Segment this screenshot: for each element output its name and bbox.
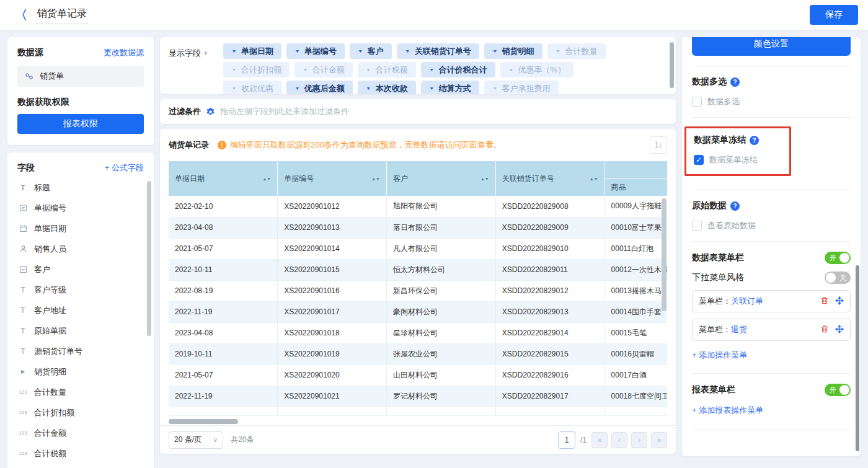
- trash-icon[interactable]: [820, 325, 829, 335]
- col-header-customer[interactable]: 客户 ▲▼: [387, 161, 496, 196]
- table-vertical-scrollbar[interactable]: [662, 198, 666, 311]
- prev-page-button[interactable]: ‹: [611, 432, 627, 448]
- last-page-button[interactable]: »: [651, 432, 667, 448]
- field-item[interactable]: T客户地址: [17, 300, 144, 320]
- move-icon[interactable]: [835, 296, 844, 307]
- col-header-order[interactable]: 关联销货订单号 ▲▼: [495, 161, 604, 196]
- display-field-chip[interactable]: ▼关联销货订单号: [397, 43, 479, 59]
- table-menu-toggle-on[interactable]: 开: [825, 252, 851, 264]
- field-item[interactable]: 123合计金额: [17, 423, 144, 443]
- display-field-chip[interactable]: ▼单据日期: [223, 43, 281, 59]
- add-display-field-icon[interactable]: +: [203, 48, 208, 58]
- field-label: 合计数量: [34, 387, 66, 398]
- dropdown-style-toggle-off[interactable]: 关: [825, 272, 851, 284]
- field-item[interactable]: T标题: [17, 177, 144, 198]
- table-row[interactable]: 2019-10-11XS20220901019张屋农业公司XSDD2022082…: [169, 343, 667, 364]
- field-item[interactable]: ▶销货明细: [17, 361, 144, 382]
- menu-bar-item[interactable]: 菜单栏：关联订单: [692, 290, 851, 312]
- page-number-input[interactable]: 1: [558, 431, 575, 449]
- display-field-chip[interactable]: ▼优惠率（%）: [500, 62, 574, 77]
- add-formula-field-link[interactable]: + 公式字段: [105, 162, 144, 174]
- table-horizontal-scrollbar[interactable]: [169, 419, 238, 424]
- raw-data-checkbox-row[interactable]: 查看原始数据: [692, 220, 851, 231]
- sort-order-button[interactable]: 1↓: [650, 136, 667, 154]
- field-item[interactable]: T原始单据: [17, 320, 144, 341]
- display-field-chip[interactable]: ▼收款优惠: [223, 81, 281, 94]
- freeze-checkbox-row[interactable]: ✓ 数据菜单冻结: [694, 154, 782, 166]
- checkbox-unchecked[interactable]: [692, 221, 702, 231]
- table-row[interactable]: 2022-08-19XS20220901016新昌环保公司XSDD2022082…: [169, 280, 667, 301]
- trash-icon[interactable]: [820, 296, 829, 307]
- col-header-docno[interactable]: 单据编号 ▲▼: [278, 161, 387, 196]
- add-report-action-menu-link[interactable]: + 添加报表操作菜单: [692, 405, 763, 416]
- save-button[interactable]: 保存: [810, 5, 858, 25]
- permission-title: 数据获取权限: [17, 97, 144, 108]
- field-item[interactable]: 123合计税额: [17, 443, 144, 464]
- next-page-button[interactable]: ›: [631, 432, 647, 448]
- color-settings-button[interactable]: 颜色设置: [692, 37, 851, 56]
- table-row[interactable]: 2021-05-07XS20220901014凡人有限公司XSDD2022082…: [169, 238, 667, 259]
- divider: [692, 430, 851, 430]
- move-icon[interactable]: [835, 325, 844, 335]
- table-row[interactable]: 2022-02-10XS20220901012旭阳有限公司XSDD2022082…: [169, 196, 667, 217]
- display-field-chip[interactable]: ▼本次收款: [358, 81, 416, 94]
- field-item[interactable]: T源销货订单号: [17, 341, 144, 361]
- table-row[interactable]: 2023-04-08XS20220901013落日有限公司XSDD2022082…: [169, 217, 667, 238]
- field-item[interactable]: 客户: [17, 259, 144, 280]
- display-field-chip[interactable]: ▼合计折扣额: [223, 62, 290, 77]
- display-field-chip[interactable]: ▼合计数量: [547, 43, 606, 59]
- report-permission-button[interactable]: 报表权限: [17, 114, 144, 134]
- gear-icon[interactable]: [206, 107, 215, 117]
- datasource-item[interactable]: 销货单: [17, 66, 144, 87]
- settings-scrollbar[interactable]: [856, 265, 859, 451]
- field-item[interactable]: 单据日期: [17, 218, 144, 239]
- col-header-product[interactable]: 商品: [604, 179, 667, 196]
- divider: [692, 66, 851, 66]
- chips-scrollbar[interactable]: [670, 42, 674, 88]
- field-item[interactable]: 销售人员: [17, 239, 144, 259]
- page-size-select[interactable]: 20 条/页 ∨: [169, 431, 223, 449]
- display-field-chip[interactable]: ▼结算方式: [421, 81, 479, 94]
- first-page-button[interactable]: «: [591, 432, 608, 448]
- display-field-chip[interactable]: ▼客户承担费用: [484, 81, 559, 94]
- display-field-chip[interactable]: ▼优惠后金额: [286, 81, 353, 94]
- table-row[interactable]: 2023-04-08XS20220901018星珍材料公司XSDD2022082…: [169, 322, 667, 343]
- help-icon[interactable]: ?: [730, 77, 740, 87]
- field-item[interactable]: 123合计数量: [17, 382, 144, 402]
- table-row[interactable]: 2022-11-19XS20220901017豪阁材料公司XSDD2022082…: [169, 301, 667, 322]
- col-header-date[interactable]: 单据日期 ▲▼: [169, 161, 278, 196]
- display-field-chip[interactable]: ▼销货明细: [484, 43, 542, 59]
- field-item[interactable]: 123合计折扣额: [17, 402, 144, 423]
- sort-icon[interactable]: ▲▼: [371, 177, 380, 180]
- help-icon[interactable]: ?: [730, 201, 740, 211]
- back-icon[interactable]: 〈: [15, 9, 27, 21]
- display-field-chip[interactable]: ▼客户: [350, 43, 392, 59]
- sort-icon[interactable]: ▲▼: [590, 177, 598, 180]
- table-row[interactable]: 2022-11-19XS20220901021罗记材料公司XSDD2022082…: [169, 386, 667, 407]
- table-row[interactable]: 2021-05-07XS20220901020山田材料公司XSDD2022082…: [169, 364, 667, 386]
- fields-scrollbar[interactable]: [147, 181, 151, 336]
- display-field-chip[interactable]: ▼合计价税合计: [421, 62, 495, 77]
- display-field-chip[interactable]: ▼合计税额: [358, 62, 416, 77]
- report-designer-app: 〈 销货单记录 保存 数据源 更改数据源 销货单 数据获取权限 报表权限 字段 …: [0, 0, 868, 468]
- table-cell: XS20220901016: [278, 280, 387, 301]
- display-field-chip[interactable]: ▼合计金额: [294, 62, 353, 77]
- checkbox-checked[interactable]: ✓: [694, 155, 704, 165]
- report-menu-toggle-on[interactable]: 开: [825, 384, 851, 396]
- field-item[interactable]: 123合计价税合计: [17, 464, 144, 468]
- table-row[interactable]: 2022-10-11XS20220901015恒太方材料公司XSDD202208…: [169, 259, 667, 280]
- multi-select-checkbox-row[interactable]: 数据多选: [692, 96, 851, 107]
- menu-bar-item[interactable]: 菜单栏：退货: [692, 319, 851, 341]
- checkbox-unchecked[interactable]: [692, 97, 702, 107]
- add-action-menu-link[interactable]: + 添加操作菜单: [692, 350, 747, 361]
- change-datasource-link[interactable]: 更改数据源: [104, 47, 144, 58]
- dropdown-style-label: 下拉菜单风格: [692, 272, 744, 283]
- help-icon[interactable]: ?: [750, 136, 759, 145]
- field-item[interactable]: T客户等级: [17, 280, 144, 300]
- menu-bar-name[interactable]: 关联订单: [731, 296, 763, 307]
- field-item[interactable]: 单据编号: [17, 198, 144, 218]
- display-field-chip[interactable]: ▼单据编号: [286, 43, 345, 59]
- sort-icon[interactable]: ▲▼: [262, 177, 271, 180]
- sort-icon[interactable]: ▲▼: [480, 177, 489, 180]
- menu-bar-name[interactable]: 退货: [731, 324, 747, 335]
